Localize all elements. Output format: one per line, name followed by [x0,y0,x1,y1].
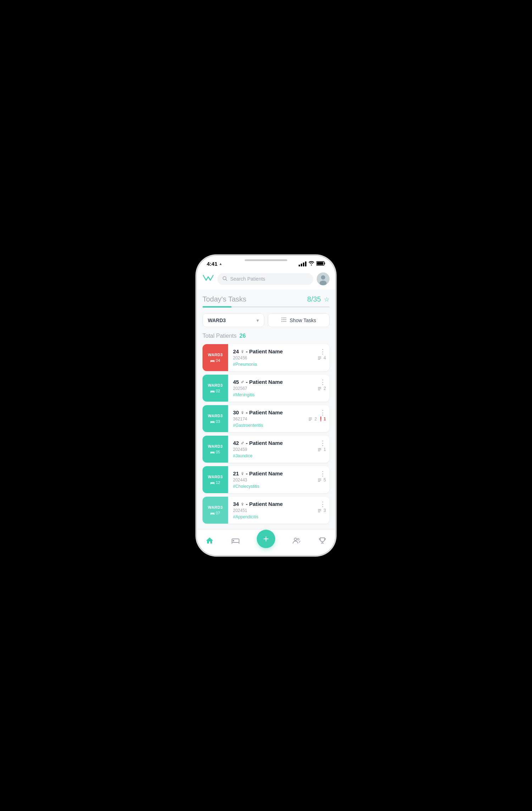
svg-rect-16 [210,362,211,362]
nav-trophy[interactable] [318,536,327,545]
star-icon[interactable]: ☆ [324,296,329,303]
search-placeholder: Search Patients [230,276,265,282]
patient-card[interactable]: WARD3 03 30 ♀ - Patient Name ⋮ 362174 2 … [203,405,329,432]
ward-badge: WARD3 04 [203,344,228,371]
svg-rect-30 [210,423,211,423]
alert-badge: ❗1 [318,416,326,421]
patient-tag: #Appendicitis [233,514,326,519]
patient-info: 45 ♂ - Patient Name ⋮ 202567 2 #Meningit… [228,375,329,402]
app-header: Search Patients [197,270,335,289]
task-count: 1 [317,447,326,452]
ward-badge-bed: 07 [210,511,220,515]
total-patients-label: Total Patients [203,333,237,339]
battery-icon [316,261,325,267]
task-count: 4 [317,355,326,360]
svg-rect-45 [214,484,215,484]
time-display: 4:41 [207,261,217,267]
patient-info: 42 ♂ - Patient Name ⋮ 202459 1 #Jaundice [228,436,329,463]
ward-badge-name: WARD3 [208,444,223,448]
patient-card[interactable]: WARD3 04 24 ♀ - Patient Name ⋮ 202456 4 [203,344,329,371]
signal-icon [299,261,306,266]
patient-tag: #Jaundice [233,453,326,458]
patient-name: 45 ♂ - Patient Name [233,379,283,385]
ward-badge-bed: 05 [210,450,220,454]
patient-id-row: 362174 2 ❗1 [233,416,326,421]
patient-id: 202443 [233,478,247,482]
fab-add-button[interactable]: + [257,530,275,548]
main-content: Today's Tasks 8/35 ☆ WARD3 ▾ [197,289,335,529]
app-logo [203,274,214,284]
nav-team[interactable] [292,536,301,545]
more-icon[interactable]: ⋮ [320,409,326,416]
status-time: 4:41 ▲ [207,261,222,267]
avatar[interactable] [317,272,329,285]
chevron-down-icon: ▾ [256,318,259,323]
more-icon[interactable]: ⋮ [320,501,326,507]
ward-badge: WARD3 02 [203,375,228,402]
svg-rect-22 [211,391,211,392]
more-icon[interactable]: ⋮ [320,379,326,385]
patient-card[interactable]: WARD3 12 21 ♀ - Patient Name ⋮ 202443 5 [203,466,329,493]
svg-rect-15 [211,361,211,362]
patient-id-row: 202443 5 [233,478,326,482]
more-icon[interactable]: ⋮ [320,348,326,355]
svg-point-61 [298,539,299,540]
task-count: 3 [317,508,326,513]
patient-name-row: 42 ♂ - Patient Name ⋮ [233,440,326,446]
svg-point-6 [321,275,325,280]
location-icon: ▲ [219,262,222,266]
patient-name-row: 24 ♀ - Patient Name ⋮ [233,348,326,355]
ward-badge-name: WARD3 [208,353,223,357]
patient-name: 24 ♀ - Patient Name [233,348,283,354]
filter-row: WARD3 ▾ Show Tasks [203,313,329,327]
patient-name: 34 ♀ - Patient Name [233,501,283,507]
patient-card[interactable]: WARD3 02 45 ♂ - Patient Name ⋮ 202567 2 [203,375,329,402]
ward-dropdown[interactable]: WARD3 ▾ [203,313,264,327]
show-tasks-button[interactable]: Show Tasks [268,313,329,327]
svg-rect-36 [211,452,211,453]
ward-badge-bed: 03 [210,419,220,424]
svg-rect-31 [214,423,215,423]
patient-id-row: 202456 4 [233,355,326,360]
svg-point-11 [281,318,282,318]
patient-name: 30 ♀ - Patient Name [233,409,283,415]
patient-id: 202451 [233,508,247,513]
patient-card[interactable]: WARD3 05 42 ♂ - Patient Name ⋮ 202459 1 [203,436,329,463]
svg-rect-44 [210,484,211,484]
ward-badge: WARD3 07 [203,497,228,524]
tasks-count-star: 8/35 ☆ [307,295,329,303]
svg-rect-17 [214,362,215,362]
task-count: 2 ❗1 [308,416,326,421]
ward-badge: WARD3 03 [203,405,228,432]
patient-id: 362174 [233,416,247,421]
patient-tag: #Cholecystitis [233,484,326,489]
patient-id: 202459 [233,447,247,452]
svg-rect-29 [211,422,211,423]
total-patients-count: 26 [239,333,246,339]
patient-id: 202567 [233,386,247,391]
more-icon[interactable]: ⋮ [320,440,326,446]
bottom-nav: + [197,529,335,555]
ward-badge-name: WARD3 [208,505,223,509]
search-bar[interactable]: Search Patients [217,273,313,285]
svg-point-60 [294,538,297,541]
task-count: 2 [317,386,326,391]
nav-beds[interactable] [231,536,240,545]
svg-rect-57 [233,540,234,541]
status-bar: 4:41 ▲ [197,256,335,270]
total-patients-row: Total Patients 26 [203,333,329,339]
tasks-count: 8/35 [307,295,321,303]
ward-dropdown-label: WARD3 [208,318,226,323]
patient-id-row: 202459 1 [233,447,326,452]
svg-rect-38 [214,453,215,454]
svg-rect-43 [211,483,211,484]
task-list-icon [281,317,287,323]
more-icon[interactable]: ⋮ [320,470,326,477]
svg-rect-52 [214,514,215,515]
patient-name-row: 21 ♀ - Patient Name ⋮ [233,470,326,477]
nav-home[interactable] [205,536,214,545]
patient-card[interactable]: WARD3 07 34 ♀ - Patient Name ⋮ 202451 3 [203,497,329,524]
ward-badge-bed: 12 [210,480,220,485]
patient-info: 30 ♀ - Patient Name ⋮ 362174 2 ❗1 #Gastr… [228,405,329,432]
phone-frame: 4:41 ▲ [197,256,335,555]
